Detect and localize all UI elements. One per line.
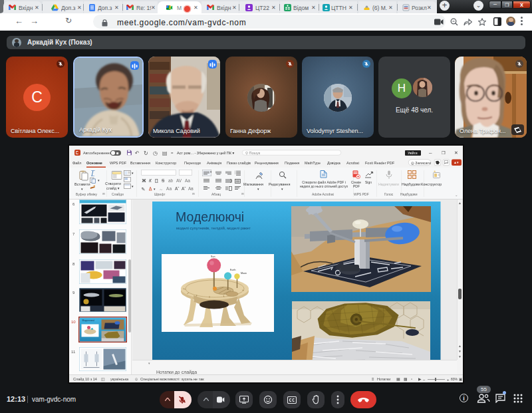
svg-text:Earth: Earth	[230, 269, 236, 271]
svg-text:Moon: Moon	[241, 272, 247, 275]
svg-text:Sun: Sun	[211, 255, 215, 258]
